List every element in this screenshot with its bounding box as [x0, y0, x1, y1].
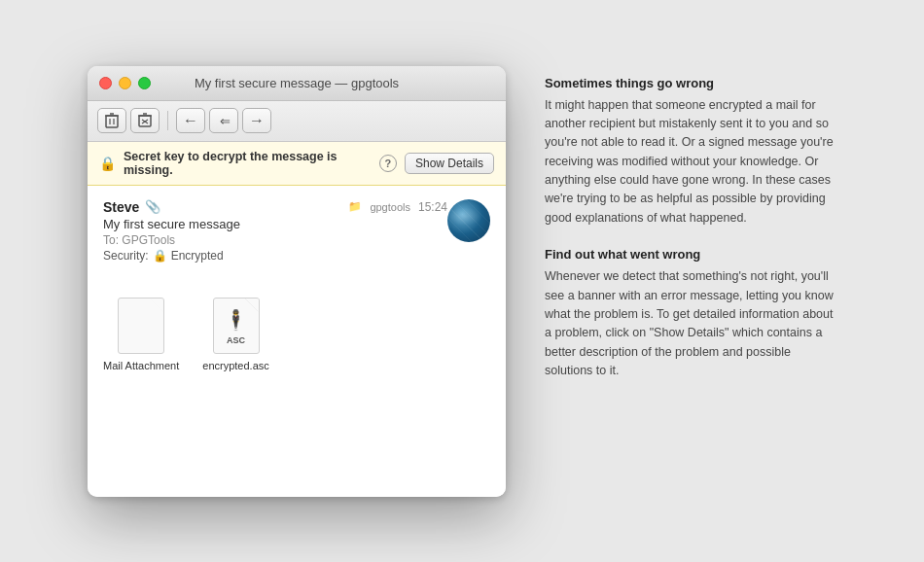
help-body-1: It might happen that someone encrypted a…: [545, 96, 836, 228]
help-heading-2: Find out what went wrong: [545, 247, 836, 262]
security-line: Security: 🔒 Encrypted: [103, 249, 447, 263]
email-subject: My first secure message: [103, 217, 447, 231]
sender-line: Steve 📎 📁 gpgtools 15:24: [103, 199, 447, 215]
asc-text-label: ASC: [227, 335, 245, 345]
help-button[interactable]: ?: [379, 155, 397, 172]
sender-name: Steve: [103, 199, 139, 215]
avatar: [447, 199, 490, 242]
to-label: To:: [103, 233, 119, 247]
security-lock-icon: 🔒: [153, 249, 167, 263]
email-window: My first secure message — gpgtools: [88, 66, 506, 497]
mailbox-label: gpgtools: [370, 201, 410, 213]
security-label: Security:: [103, 249, 149, 263]
email-header: Steve 📎 📁 gpgtools 15:24 My first secure…: [103, 199, 490, 263]
attachment-name: Mail Attachment: [103, 360, 179, 371]
list-item: 🕴 ASC encrypted.asc: [202, 298, 268, 371]
lock-emoji: 🔒: [99, 156, 116, 171]
attachment-clip-icon: 📎: [145, 199, 160, 214]
help-section-2: Find out what went wrong Whenever we det…: [545, 247, 836, 380]
toolbar-separator: [167, 111, 168, 130]
close-button[interactable]: [99, 77, 112, 89]
svg-rect-0: [106, 116, 118, 127]
asc-person-icon: 🕴: [224, 308, 248, 332]
help-section-1: Sometimes things go wrong It might happe…: [545, 76, 836, 228]
file-icon-body: [118, 298, 164, 354]
email-content: Steve 📎 📁 gpgtools 15:24 My first secure…: [88, 186, 506, 497]
list-item: Mail Attachment: [103, 298, 179, 371]
to-address: GPGTools: [122, 233, 175, 247]
email-to: To: GPGTools: [103, 233, 447, 247]
email-meta: Steve 📎 📁 gpgtools 15:24 My first secure…: [103, 199, 447, 263]
back-button[interactable]: ←: [176, 108, 205, 133]
warning-banner: 🔒 Secret key to decrypt the message is m…: [88, 142, 506, 186]
file-icon-asc: 🕴 ASC: [213, 298, 260, 354]
show-details-button[interactable]: Show Details: [405, 153, 494, 174]
toolbar: ← ⇐ →: [88, 101, 506, 142]
delete-button[interactable]: [97, 108, 126, 133]
window-title: My first secure message — gpgtools: [195, 76, 399, 90]
help-heading-1: Sometimes things go wrong: [545, 76, 836, 90]
folder-icon: 📁: [348, 200, 362, 213]
file-icon-generic: [118, 298, 164, 354]
junk-button[interactable]: [130, 108, 160, 133]
warning-text: Secret key to decrypt the message is mis…: [124, 150, 372, 177]
back-all-button[interactable]: ⇐: [209, 108, 238, 133]
email-time: 15:24: [418, 200, 447, 214]
help-panel: Sometimes things go wrong It might happe…: [545, 66, 836, 401]
help-body-2: Whenever we detect that something's not …: [545, 267, 836, 380]
minimize-button[interactable]: [119, 77, 131, 89]
file-icon-body-asc: 🕴 ASC: [213, 298, 260, 354]
forward-button[interactable]: →: [242, 108, 271, 133]
maximize-button[interactable]: [138, 77, 151, 89]
email-info-right: 📁 gpgtools 15:24: [338, 200, 447, 214]
attachments: Mail Attachment 🕴 ASC encrypted.asc: [103, 286, 490, 371]
titlebar: My first secure message — gpgtools: [88, 66, 506, 101]
security-status: Encrypted: [171, 249, 224, 263]
traffic-lights: [99, 77, 151, 89]
attachment-name: encrypted.asc: [202, 360, 268, 371]
